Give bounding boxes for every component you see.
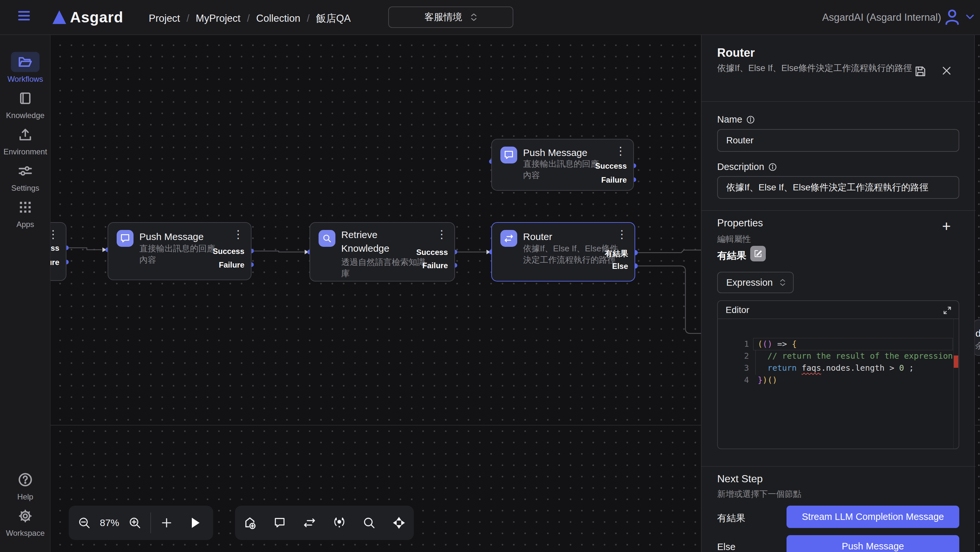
sidebar-item-workflows[interactable]: Workflows: [0, 52, 51, 84]
properties-subtitle: 編輯屬性: [717, 233, 751, 245]
brand-name: Asgard: [70, 8, 123, 26]
add-trigger-icon[interactable]: [235, 516, 265, 530]
pan-diamond-icon[interactable]: [384, 516, 414, 530]
breadcrumb-workflow[interactable]: 飯店QA: [316, 12, 351, 25]
workspace-gear-icon: [18, 509, 32, 523]
node-menu-icon[interactable]: ⋮: [233, 229, 244, 240]
message-bubble-icon: [500, 147, 517, 163]
sidebar-item-knowledge[interactable]: Knowledge: [0, 88, 51, 120]
breadcrumb: Project / MyProject / Collection / 飯店QA: [149, 12, 351, 25]
next-step-button-stream-llm[interactable]: Stream LLM Completion Message: [786, 506, 959, 528]
node-menu-icon[interactable]: ⋮: [51, 229, 59, 240]
breadcrumb-project[interactable]: Project: [149, 13, 180, 24]
workflow-editor-app: Asgard Project / MyProject / Collection …: [0, 0, 980, 552]
node-menu-icon[interactable]: ⋮: [615, 145, 626, 156]
description-label: Description: [717, 161, 777, 172]
panel-subtitle: 依據If、Else If、Else條件決定工作流程執行的路徑: [717, 62, 924, 75]
environment-selector[interactable]: 客服情境: [388, 6, 513, 28]
description-input[interactable]: 依據If、Else If、Else條件決定工作流程執行的路徑: [717, 176, 959, 199]
run-workflow-button[interactable]: [182, 517, 209, 529]
next-step-button-push-message[interactable]: Push Message: [786, 535, 959, 552]
breadcrumb-myproject[interactable]: MyProject: [196, 13, 240, 24]
hamburger-menu-icon[interactable]: [18, 11, 31, 24]
router-arrows-icon: [500, 230, 517, 247]
edit-pencil-icon: [754, 249, 762, 258]
node-menu-icon[interactable]: ⋮: [616, 229, 627, 240]
name-input[interactable]: Router: [717, 129, 959, 152]
save-icon[interactable]: [914, 65, 927, 78]
code-line: 2 // return the result of the expression: [718, 350, 954, 362]
add-property-button[interactable]: +: [942, 219, 951, 233]
code-area[interactable]: 1(() => {2 // return the result of the e…: [718, 319, 959, 449]
add-button[interactable]: [151, 517, 182, 529]
zoom-in-button[interactable]: [119, 516, 150, 529]
node-router[interactable]: Router ⋮ 依據If、Else If、Else條件決定工作流程執行的路徑 …: [491, 222, 635, 281]
next-step-row-label: 有結果: [717, 512, 745, 525]
expression-editor: Editor 1(() => {2 // return the result o…: [717, 300, 959, 449]
knowledge-book-icon: [19, 92, 32, 105]
sidebar-item-help[interactable]: Help: [0, 470, 51, 501]
next-step-title: Next Step: [717, 473, 763, 485]
sidebar-item-settings[interactable]: Settings: [0, 161, 51, 193]
zoom-level: 87%: [100, 517, 119, 528]
search-knowledge-icon: [318, 230, 336, 247]
left-sidebar: Workflows Knowledge Environment Settings: [0, 35, 51, 552]
close-icon[interactable]: [941, 65, 953, 77]
environment-upload-icon: [19, 128, 32, 141]
info-icon: [768, 163, 777, 172]
asgard-logo-icon: [52, 10, 66, 24]
code-line: 3 return faqs.nodes.length > 0 ;: [718, 362, 954, 374]
next-step-row-label: Else: [717, 542, 735, 552]
property-type-select[interactable]: Expression: [717, 272, 794, 293]
panel-title: Router: [717, 46, 755, 60]
property-name: 有結果: [717, 249, 746, 262]
sidebar-item-environment[interactable]: Environment: [0, 124, 51, 156]
code-line: 4})(): [718, 374, 954, 386]
next-step-subtitle: 新增或選擇下一個節點: [717, 488, 802, 500]
canvas-zoom-toolbar: 87%: [69, 506, 213, 540]
edit-property-button[interactable]: [750, 246, 766, 262]
canvas-tools-toolbar: [235, 506, 414, 540]
properties-title: Properties: [717, 217, 763, 229]
error-marker: [954, 356, 958, 368]
zoom-out-button[interactable]: [69, 516, 100, 529]
search-icon[interactable]: [354, 516, 384, 529]
expand-editor-icon[interactable]: [942, 306, 952, 315]
user-avatar-icon[interactable]: [944, 8, 960, 25]
message-bubble-icon: [117, 230, 134, 247]
swap-arrows-icon[interactable]: [294, 517, 325, 528]
node-push-message-mid[interactable]: Push Message ⋮ 直接輸出訊息的回應內容 Success Failu…: [108, 222, 251, 280]
chevron-updown-icon: [471, 13, 477, 21]
code-line: 1(() => {: [718, 338, 954, 350]
breadcrumb-collection[interactable]: Collection: [256, 13, 301, 24]
apps-grid-icon: [19, 201, 32, 214]
node-retrieve-knowledge[interactable]: Retrieve Knowledge ⋮ 透過自然語言檢索知識庫 Success…: [310, 222, 455, 281]
workflows-folder-icon: [18, 56, 32, 69]
account-name: AsgardAI (Asgard Internal): [822, 12, 941, 23]
chevron-updown-icon: [780, 279, 786, 286]
help-icon: [18, 472, 32, 487]
node-menu-icon[interactable]: ⋮: [436, 229, 447, 240]
locate-icon[interactable]: [325, 516, 354, 530]
editor-overview-ruler: [953, 319, 959, 449]
node-push-message-top[interactable]: Push Message ⋮ 直接輸出訊息的回應內容 Success Failu…: [491, 139, 634, 191]
node-partial-left[interactable]: ⋮ Success Failure: [51, 222, 67, 281]
info-icon: [746, 115, 755, 124]
account-chevron-down-icon[interactable]: [965, 14, 975, 20]
top-header: Asgard Project / MyProject / Collection …: [0, 0, 980, 35]
editor-title: Editor: [725, 305, 749, 315]
sidebar-item-workspace[interactable]: Workspace: [0, 506, 51, 538]
settings-sliders-icon: [18, 164, 32, 177]
name-label: Name: [717, 114, 755, 125]
sidebar-item-apps[interactable]: Apps: [0, 197, 51, 229]
comment-icon[interactable]: [265, 516, 294, 529]
node-inspector-panel: Router 依據If、Else If、Else條件決定工作流程執行的路徑 Na…: [701, 35, 975, 552]
